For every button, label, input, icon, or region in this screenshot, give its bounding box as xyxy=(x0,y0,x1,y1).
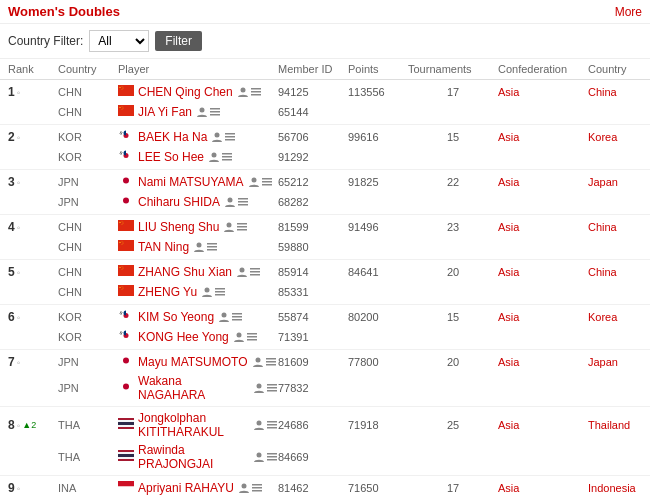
table-body: 1 ◦ CHN CHEN Qing Chen 94125 113556 xyxy=(0,80,650,501)
svg-point-6 xyxy=(240,88,245,93)
player-name[interactable]: BAEK Ha Na xyxy=(138,130,207,144)
filter-label: Country Filter: xyxy=(8,34,83,48)
player-name[interactable]: TAN Ning xyxy=(138,240,189,254)
country-name-cell[interactable]: China xyxy=(588,86,648,98)
member-id: 85914 xyxy=(278,266,348,278)
svg-rect-118 xyxy=(267,387,277,389)
player-cell: TAN Ning xyxy=(118,240,278,254)
more-link[interactable]: More xyxy=(615,5,642,19)
col-country-name: Country xyxy=(588,63,648,75)
member-id: 81609 xyxy=(278,356,348,368)
svg-point-40 xyxy=(251,178,256,183)
svg-rect-133 xyxy=(267,459,277,461)
country-filter-select[interactable]: All xyxy=(89,30,149,52)
player-name[interactable]: ZHENG Yu xyxy=(138,285,197,299)
svg-rect-57 xyxy=(237,223,247,225)
country-name-cell[interactable]: Japan xyxy=(588,356,648,368)
list-icon xyxy=(266,451,278,463)
list-icon xyxy=(266,419,278,431)
rank-dot: ◦ xyxy=(17,267,21,278)
rank-number: 4 xyxy=(8,220,15,234)
member-id: 85331 xyxy=(278,286,348,298)
svg-point-136 xyxy=(241,484,246,489)
table-row: THA Rawinda PRAJONGJAI 84669 xyxy=(0,441,650,475)
player-name[interactable]: Chiharu SHIDA xyxy=(138,195,220,209)
player-name[interactable]: Rawinda PRAJONGJAI xyxy=(138,443,249,471)
player-name[interactable]: Mayu MATSUMOTO xyxy=(138,355,248,369)
person-icon xyxy=(208,151,220,163)
member-id: 56706 xyxy=(278,131,348,143)
player-cell: CHEN Qing Chen xyxy=(118,85,278,99)
confederation: Asia xyxy=(498,419,588,431)
points: 91825 xyxy=(348,176,408,188)
rank-dot: ◦ xyxy=(17,222,21,233)
table-row: 2 ◦ KOR BAEK Ha Na 56706 99616 xyxy=(0,125,650,147)
member-id: 77832 xyxy=(278,382,348,394)
player-name[interactable]: Jongkolphan KITITHARAKUL xyxy=(138,411,249,439)
tournaments: 15 xyxy=(408,131,498,143)
table-row: 1 ◦ CHN CHEN Qing Chen 94125 113556 xyxy=(0,80,650,102)
list-icon xyxy=(224,131,236,143)
svg-point-130 xyxy=(257,453,262,458)
page-title: Women's Doubles xyxy=(8,4,120,19)
table-row-group: 6 ◦ KOR KIM So Yeong 55874 80200 xyxy=(0,305,650,350)
country-name-cell[interactable]: Thailand xyxy=(588,419,648,431)
tournaments: 17 xyxy=(408,482,498,494)
table-row: 3 ◦ JPN Nami MATSUYAMA 65212 91825 xyxy=(0,170,650,192)
player-cell: Nami MATSUYAMA xyxy=(118,175,278,189)
person-icon xyxy=(253,382,265,394)
country-name-cell[interactable]: Korea xyxy=(588,131,648,143)
tournaments: 15 xyxy=(408,311,498,323)
rank-dot: ◦ xyxy=(17,132,21,143)
player-name[interactable]: Wakana NAGAHARA xyxy=(138,374,249,402)
country-name-cell[interactable]: Japan xyxy=(588,176,648,188)
country-code: KOR xyxy=(58,331,118,343)
filter-button[interactable]: Filter xyxy=(155,31,202,51)
player-name[interactable]: ZHANG Shu Xian xyxy=(138,265,232,279)
player-name[interactable]: JIA Yi Fan xyxy=(138,105,192,119)
table-row: KOR KONG Hee Yong 71391 xyxy=(0,327,650,349)
col-rank: Rank xyxy=(8,63,58,75)
country-code: KOR xyxy=(58,151,118,163)
rank-number: 3 xyxy=(8,175,15,189)
player-cell: Jongkolphan KITITHARAKUL xyxy=(118,411,278,439)
player-name[interactable]: Apriyani RAHAYU xyxy=(138,481,234,495)
member-id: 91292 xyxy=(278,151,348,163)
svg-point-39 xyxy=(123,178,129,184)
list-icon xyxy=(209,106,221,118)
country-name-cell[interactable]: China xyxy=(588,266,648,278)
svg-rect-17 xyxy=(210,108,220,110)
country-name-cell[interactable]: Korea xyxy=(588,311,648,323)
svg-rect-7 xyxy=(251,88,261,90)
country-code: INA xyxy=(58,482,118,494)
country-name-cell[interactable]: China xyxy=(588,221,648,233)
svg-point-109 xyxy=(123,358,129,364)
flag-icon xyxy=(118,240,134,254)
svg-rect-88 xyxy=(215,291,225,293)
rank-cell: 2 ◦ xyxy=(8,130,58,144)
tournaments: 22 xyxy=(408,176,498,188)
table-row-group: 8 ◦ ▲2 THA Jongkolphan KITITHARAKUL 2468… xyxy=(0,407,650,476)
player-name[interactable]: LIU Sheng Shu xyxy=(138,220,219,234)
svg-rect-48 xyxy=(238,201,248,203)
table-row: KOR LEE So Hee 91292 xyxy=(0,147,650,169)
svg-rect-80 xyxy=(118,285,134,296)
svg-rect-78 xyxy=(250,271,260,273)
rank-number: 9 xyxy=(8,481,15,495)
player-name[interactable]: KIM So Yeong xyxy=(138,310,214,324)
player-name[interactable]: Nami MATSUYAMA xyxy=(138,175,244,189)
table-row: 7 ◦ JPN Mayu MATSUMOTO 81609 77800 xyxy=(0,350,650,372)
svg-rect-89 xyxy=(215,294,225,296)
person-icon xyxy=(224,196,236,208)
rank-number: 1 xyxy=(8,85,15,99)
country-code: JPN xyxy=(58,196,118,208)
player-name[interactable]: CHEN Qing Chen xyxy=(138,85,233,99)
country-code: JPN xyxy=(58,356,118,368)
flag-icon xyxy=(118,418,134,432)
player-name[interactable]: LEE So Hee xyxy=(138,150,204,164)
player-name[interactable]: KONG Hee Yong xyxy=(138,330,229,344)
svg-rect-112 xyxy=(266,361,276,363)
svg-rect-0 xyxy=(118,85,134,96)
rank-change-up: ▲2 xyxy=(22,420,36,430)
country-name-cell[interactable]: Indonesia xyxy=(588,482,648,494)
